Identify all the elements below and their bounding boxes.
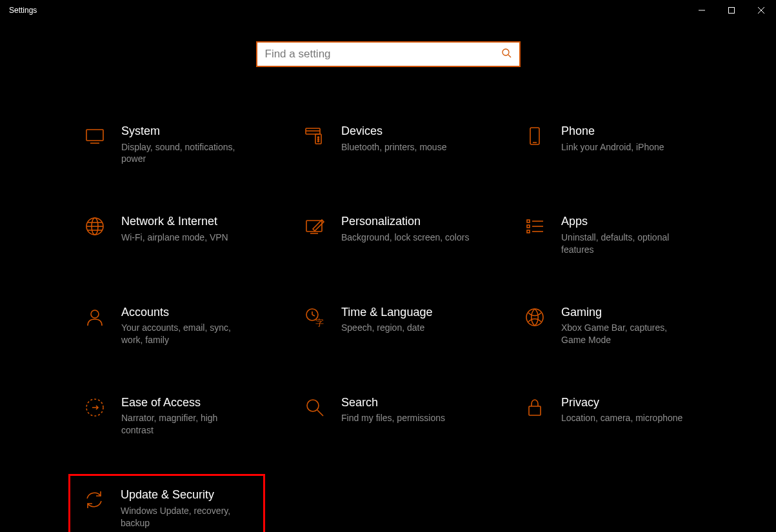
close-icon [757,6,765,14]
system-icon [80,125,110,147]
tile-desc: Link your Android, iPhone [561,141,664,153]
time-language-icon: 字 [300,306,330,328]
svg-rect-14 [530,128,539,144]
close-button[interactable] [746,0,776,21]
svg-point-12 [318,139,319,140]
tile-desc: Your accounts, email, sync, work, family [121,322,250,346]
tile-title: System [121,124,250,139]
window-controls [687,0,776,21]
svg-rect-1 [729,8,735,14]
tile-title: Personalization [341,214,469,229]
tile-personalization[interactable]: Personalization Background, lock screen,… [291,209,485,261]
svg-line-32 [312,315,315,316]
tile-search[interactable]: Search Find my files, permissions [291,390,485,442]
search-icon [501,48,512,61]
tile-desc: Location, camera, microphone [561,412,682,424]
tile-desc: Xbox Game Bar, captures, Game Mode [561,322,690,346]
tile-title: Devices [341,124,446,139]
accounts-icon [80,306,110,328]
tile-privacy[interactable]: Privacy Location, camera, microphone [511,390,705,442]
tile-desc: Display, sound, notifications, power [121,141,250,166]
svg-point-11 [318,137,319,138]
ease-of-access-icon [80,397,110,419]
tile-title: Ease of Access [121,395,250,410]
tile-devices[interactable]: Devices Bluetooth, printers, mouse [291,119,485,170]
personalization-icon [300,215,330,237]
phone-icon [520,125,550,147]
tile-title: Time & Language [341,305,432,320]
tile-title: Accounts [121,305,250,320]
tile-gaming[interactable]: Gaming Xbox Game Bar, captures, Game Mod… [511,300,705,351]
tile-apps[interactable]: Apps Uninstall, defaults, optional featu… [511,209,705,261]
svg-line-37 [317,410,323,416]
tile-update-security[interactable]: Update & Security Windows Update, recove… [68,474,265,532]
titlebar: Settings [0,0,776,21]
maximize-button[interactable] [717,0,746,21]
apps-icon [520,215,550,237]
update-icon [79,489,109,511]
svg-rect-25 [527,230,530,233]
tile-desc: Find my files, permissions [341,412,445,424]
svg-rect-24 [527,225,530,228]
minimize-button[interactable] [687,0,717,21]
tile-title: Phone [561,124,664,139]
globe-icon [80,215,110,237]
tile-desc: Windows Update, recovery, backup [121,505,250,529]
settings-grid: System Display, sound, notifications, po… [71,119,705,532]
tile-desc: Bluetooth, printers, mouse [341,141,446,153]
svg-text:字: 字 [315,318,324,328]
svg-rect-23 [527,220,530,222]
tile-ease-of-access[interactable]: Ease of Access Narrator, magnifier, high… [71,390,265,442]
devices-icon [300,125,330,147]
gaming-icon [520,306,550,328]
search-container [0,41,776,67]
svg-point-29 [91,310,99,318]
tile-title: Network & Internet [121,214,228,229]
tile-desc: Wi-Fi, airplane mode, VPN [121,232,228,244]
svg-line-5 [508,55,511,57]
tile-desc: Uninstall, defaults, optional features [561,232,690,256]
svg-rect-38 [529,406,541,415]
lock-icon [520,397,550,419]
tile-desc: Background, lock screen, colors [341,232,469,244]
svg-point-4 [502,49,509,55]
svg-point-13 [318,141,319,142]
svg-point-36 [307,400,319,411]
minimize-icon [698,6,706,14]
search-input[interactable] [265,48,501,61]
tile-title: Privacy [561,395,682,410]
tile-system[interactable]: System Display, sound, notifications, po… [71,119,265,170]
svg-point-34 [526,309,543,326]
tile-title: Update & Security [121,488,250,502]
window-title: Settings [9,6,687,15]
tile-network[interactable]: Network & Internet Wi-Fi, airplane mode,… [71,209,265,261]
tile-desc: Narrator, magnifier, high contrast [121,412,250,437]
tile-desc: Speech, region, date [341,322,432,334]
svg-rect-6 [86,130,103,141]
tile-time-language[interactable]: 字 Time & Language Speech, region, date [291,300,485,351]
search-category-icon [300,397,330,419]
tile-accounts[interactable]: Accounts Your accounts, email, sync, wor… [71,300,265,351]
tile-title: Apps [561,214,690,229]
search-box[interactable] [256,41,521,67]
tile-title: Gaming [561,305,690,320]
tile-title: Search [341,395,445,410]
maximize-icon [728,6,735,14]
tile-phone[interactable]: Phone Link your Android, iPhone [511,119,705,170]
